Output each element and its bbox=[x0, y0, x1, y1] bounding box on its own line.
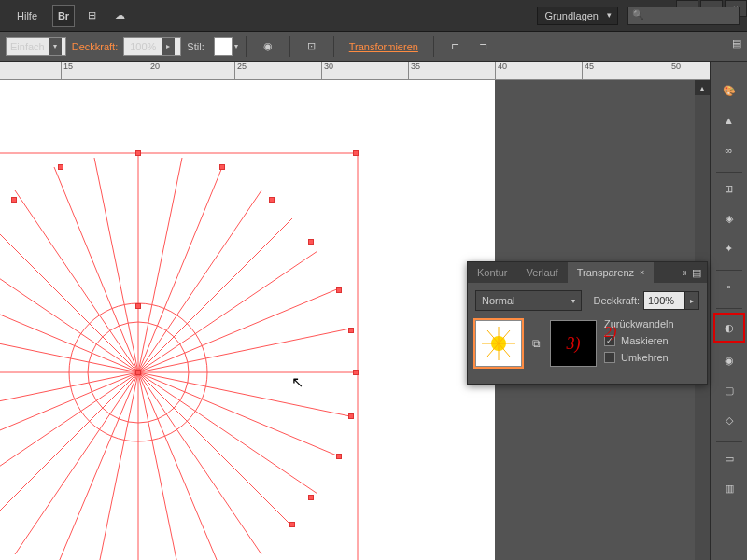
ruler-tick: 15 bbox=[61, 62, 73, 80]
svg-line-28 bbox=[0, 372, 138, 494]
help-menu[interactable]: Hilfe bbox=[7, 10, 47, 21]
path-mode-label: Einfach bbox=[10, 41, 45, 52]
svg-line-17 bbox=[54, 167, 138, 372]
symbols-panel-icon[interactable]: ✦ bbox=[716, 236, 742, 260]
tab-kontur[interactable]: Kontur bbox=[468, 262, 516, 283]
color-guide-icon[interactable]: ▲ bbox=[716, 108, 742, 133]
recolor-icon[interactable]: ◉ bbox=[258, 36, 278, 57]
svg-line-13 bbox=[0, 372, 138, 456]
opacity-input[interactable]: 100%▸ bbox=[123, 37, 181, 56]
opacity-value: 100% bbox=[130, 41, 156, 52]
ruler-tick: 40 bbox=[495, 62, 507, 80]
svg-line-22 bbox=[138, 372, 350, 416]
close-tab-icon[interactable]: × bbox=[640, 268, 644, 277]
panel-menu-icon[interactable]: ▤ bbox=[692, 267, 701, 279]
ruler-tick: 30 bbox=[321, 62, 333, 80]
tab-transparenz[interactable]: Transparenz× bbox=[568, 262, 655, 283]
scroll-up-icon[interactable]: ▴ bbox=[695, 80, 710, 95]
svg-line-9 bbox=[138, 372, 222, 560]
blank-panel-icon[interactable]: ▫ bbox=[716, 274, 742, 299]
ruler-tick: 25 bbox=[234, 62, 247, 80]
workspace-select[interactable]: Grundlagen bbox=[537, 7, 619, 25]
svg-line-31 bbox=[0, 251, 138, 372]
svg-line-16 bbox=[0, 218, 138, 372]
svg-line-5 bbox=[138, 288, 339, 372]
svg-line-18 bbox=[138, 158, 182, 372]
invert-checkbox-label: Umkehren bbox=[621, 352, 669, 363]
svg-line-11 bbox=[54, 372, 138, 560]
svg-line-23 bbox=[138, 372, 317, 494]
mask-thumb[interactable]: 3) bbox=[550, 320, 597, 367]
svg-line-8 bbox=[138, 372, 292, 526]
svg-line-3 bbox=[138, 167, 222, 372]
svg-line-25 bbox=[138, 372, 182, 560]
invert-checkbox[interactable] bbox=[604, 352, 615, 363]
svg-line-20 bbox=[138, 251, 317, 372]
style-label: Stil: bbox=[187, 41, 204, 52]
align-icon[interactable]: ⊡ bbox=[302, 36, 322, 57]
opacity-stepper-icon[interactable]: ▸ bbox=[684, 291, 699, 310]
ruler-tick: 35 bbox=[408, 62, 420, 80]
tab-transparenz-label: Transparenz bbox=[577, 267, 634, 278]
revert-button[interactable]: Zurückwandeln bbox=[604, 318, 699, 329]
arrange-icon[interactable]: ⊞ bbox=[80, 5, 103, 27]
right-dock: 🎨 ▲ ∞ ⊞ ◈ ✦ ▫ ◐ ◉ ▢ ◇ ▭ ▥ bbox=[710, 62, 747, 560]
stroke-panel-icon[interactable]: ∞ bbox=[716, 138, 742, 162]
layers-panel-icon[interactable]: ▭ bbox=[716, 446, 742, 470]
svg-line-7 bbox=[138, 372, 339, 456]
transform-link[interactable]: Transformieren bbox=[349, 41, 418, 52]
gradient-panel-icon[interactable]: ◉ bbox=[716, 348, 742, 372]
collapse-icon[interactable]: ⇥ bbox=[678, 267, 686, 279]
bridge-icon[interactable]: Br bbox=[52, 5, 75, 27]
search-input[interactable] bbox=[627, 7, 740, 25]
svg-line-26 bbox=[94, 372, 138, 560]
svg-line-15 bbox=[0, 288, 138, 372]
panel-opacity-label: Deckkraft: bbox=[593, 295, 640, 306]
blend-mode-select[interactable]: Normal bbox=[475, 290, 582, 311]
color-panel-icon[interactable]: 🎨 bbox=[716, 78, 742, 103]
opacity-label: Deckkraft: bbox=[72, 41, 119, 52]
annotation-3: 3) bbox=[567, 334, 581, 354]
style-swatch[interactable] bbox=[214, 37, 233, 56]
svg-line-32 bbox=[15, 190, 138, 372]
mask-checkbox-label: Maskieren bbox=[621, 335, 669, 346]
artwork-thumb[interactable] bbox=[475, 320, 522, 367]
panel-opacity-input[interactable] bbox=[643, 291, 684, 310]
cursor-icon: ↖ bbox=[291, 373, 303, 391]
svg-line-24 bbox=[138, 372, 261, 554]
ruler-tick: 20 bbox=[148, 62, 160, 80]
canvas[interactable]: ↖ bbox=[0, 80, 495, 560]
svg-line-27 bbox=[15, 372, 138, 554]
brushes-panel-icon[interactable]: ◈ bbox=[716, 206, 742, 231]
annotation-2: 2) bbox=[604, 324, 616, 341]
graphic-styles-icon[interactable]: ◇ bbox=[716, 408, 742, 432]
svg-line-19 bbox=[138, 190, 261, 372]
svg-line-29 bbox=[0, 372, 138, 416]
swatches-panel-icon[interactable]: ⊞ bbox=[716, 176, 742, 201]
artwork-sunburst bbox=[0, 80, 495, 560]
mask-icon[interactable]: ⊐ bbox=[473, 36, 494, 57]
horizontal-ruler: 15 20 25 30 35 40 45 50 bbox=[0, 62, 710, 80]
ruler-tick: 45 bbox=[582, 62, 594, 80]
tab-verlauf[interactable]: Verlauf bbox=[516, 262, 567, 283]
svg-line-21 bbox=[138, 329, 350, 372]
svg-rect-34 bbox=[0, 153, 358, 560]
svg-line-12 bbox=[0, 372, 138, 526]
isolate-icon[interactable]: ⊏ bbox=[445, 36, 466, 57]
ruler-tick: 50 bbox=[669, 62, 681, 80]
artboards-panel-icon[interactable]: ▥ bbox=[716, 476, 742, 500]
link-mask-icon[interactable]: ⧉ bbox=[529, 334, 543, 353]
mask-checkbox-row[interactable]: Maskieren bbox=[604, 335, 699, 346]
blend-mode-label: Normal bbox=[482, 295, 514, 306]
transparency-panel-icon[interactable]: ◐ bbox=[713, 313, 745, 343]
svg-line-33 bbox=[94, 158, 138, 372]
panel-options-icon[interactable]: ▤ bbox=[732, 37, 741, 49]
appearance-panel-icon[interactable]: ▢ bbox=[716, 378, 742, 402]
svg-line-30 bbox=[0, 329, 138, 372]
workspace-label: Grundlagen bbox=[545, 10, 599, 21]
path-mode-select[interactable]: Einfach▾ bbox=[6, 37, 66, 56]
sync-icon[interactable]: ☁ bbox=[108, 5, 131, 27]
transparency-panel: Kontur Verlauf Transparenz× ⇥▤ Normal De… bbox=[467, 261, 708, 385]
invert-checkbox-row[interactable]: Umkehren bbox=[604, 352, 699, 363]
svg-line-4 bbox=[138, 218, 292, 372]
